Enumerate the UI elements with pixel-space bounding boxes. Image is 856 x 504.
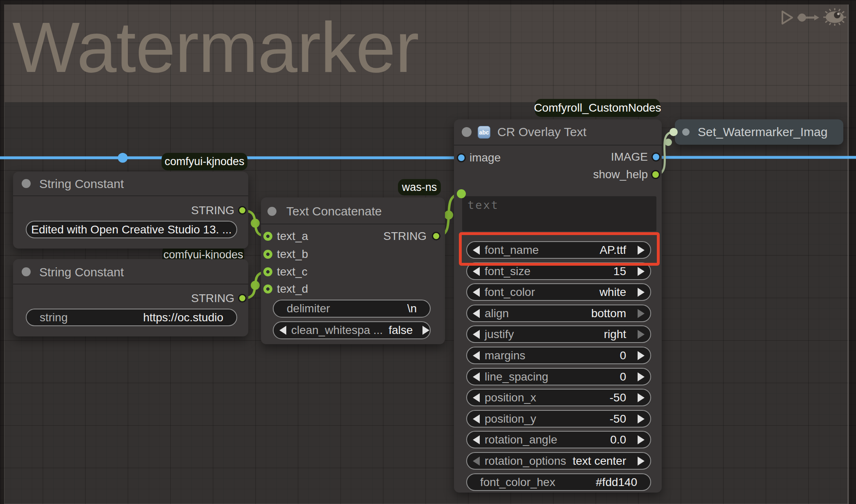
input-label-text-a: text_a	[277, 230, 308, 243]
rotation-angle-widget[interactable]: rotation_angle 0.0	[466, 431, 651, 448]
prev-arrow-icon[interactable]	[473, 309, 480, 318]
widget-label: position_x	[485, 391, 536, 404]
output-label-string: STRING	[191, 292, 234, 305]
widget-label: delimiter	[287, 302, 330, 315]
string-value-widget[interactable]: Edited with Open Creative Studio 13. ...	[26, 221, 237, 238]
input-label-text-d: text_d	[277, 282, 308, 296]
widget-label: string	[40, 311, 67, 324]
node-status-dot	[267, 207, 276, 216]
widget-value: \n	[407, 302, 417, 315]
text-input-area[interactable]: text	[462, 196, 656, 231]
badge-was-ns: was-ns	[398, 179, 441, 195]
input-port-text-a[interactable]	[263, 232, 272, 241]
widget-label: font_color	[485, 286, 535, 299]
node-title-bar[interactable]: String Constant	[13, 172, 248, 196]
prev-arrow-icon[interactable]	[473, 435, 480, 444]
position-x-widget[interactable]: position_x -50	[466, 389, 651, 406]
node-title: Text Concatenate	[286, 204, 382, 218]
prev-arrow-icon[interactable]	[473, 372, 480, 381]
string-widget[interactable]: string https://oc.studio	[26, 309, 237, 326]
input-port-image[interactable]	[457, 153, 466, 162]
next-arrow-icon[interactable]	[638, 393, 645, 402]
widget-value: white	[600, 286, 626, 299]
node-string-constant-1[interactable]: String Constant STRING Edited with Open …	[13, 172, 248, 249]
clean-whitespace-widget[interactable]: clean_whitespa ... false	[273, 321, 431, 339]
node-string-constant-2[interactable]: String Constant STRING string https://oc…	[13, 259, 248, 336]
output-label-show-help: show_help	[593, 168, 648, 181]
widget-value: text center	[573, 455, 626, 468]
increment-arrow-icon[interactable]	[422, 326, 429, 335]
eye-icon[interactable]	[823, 7, 847, 27]
align-widget[interactable]: align bottom	[466, 305, 651, 322]
line-spacing-widget[interactable]: line_spacing 0	[466, 368, 651, 385]
next-arrow-icon[interactable]	[638, 288, 645, 297]
next-arrow-icon[interactable]	[638, 309, 645, 318]
prev-arrow-icon[interactable]	[473, 414, 480, 423]
next-arrow-icon[interactable]	[638, 372, 645, 381]
text-widget-input-port[interactable]	[457, 189, 466, 198]
next-arrow-icon[interactable]	[638, 267, 645, 276]
string-link-3-dot	[444, 211, 453, 220]
widget-label: rotation_angle	[485, 433, 557, 446]
node-text-concatenate[interactable]: Text Concatenate text_a text_b text_c te…	[261, 197, 445, 344]
widget-label: rotation_options	[485, 455, 566, 468]
node-title-bar[interactable]: abc CR Overlay Text	[454, 119, 662, 146]
widget-value: false	[389, 324, 413, 337]
node-title: CR Overlay Text	[497, 125, 586, 139]
output-port-string[interactable]	[238, 294, 247, 302]
justify-widget[interactable]: justify right	[466, 325, 651, 343]
node-status-dot	[462, 127, 472, 137]
position-y-widget[interactable]: position_y -50	[466, 410, 651, 428]
font-name-highlight-box	[459, 232, 660, 266]
rotation-options-widget[interactable]: rotation_options text center	[466, 452, 651, 470]
widget-value: 0	[620, 370, 626, 383]
next-arrow-icon[interactable]	[638, 435, 645, 444]
node-status-dot	[22, 179, 31, 188]
prev-arrow-icon[interactable]	[473, 330, 480, 339]
margins-widget[interactable]: margins 0	[466, 347, 651, 364]
font-color-widget[interactable]: font_color white	[466, 283, 651, 301]
widget-value: -50	[610, 412, 626, 426]
prev-arrow-icon[interactable]	[473, 457, 480, 466]
node-title: String Constant	[39, 177, 124, 191]
next-arrow-icon[interactable]	[638, 457, 645, 466]
output-port-show-help[interactable]	[651, 170, 660, 179]
output-port-string[interactable]	[432, 232, 440, 240]
image-link-dot[interactable]	[118, 153, 128, 163]
widget-value: -50	[610, 391, 626, 404]
widget-label: font_color_hex	[480, 476, 555, 489]
node-status-dot	[682, 128, 690, 136]
output-label-image: IMAGE	[611, 150, 648, 164]
input-port-text-c[interactable]	[263, 267, 272, 276]
node-set-watermarker-image[interactable]: Set_Watermarker_Imag	[675, 119, 843, 145]
next-arrow-icon[interactable]	[638, 414, 645, 423]
prev-arrow-icon[interactable]	[473, 351, 480, 360]
node-title-bar[interactable]: Text Concatenate	[261, 197, 445, 224]
badge-comfyroll: Comfyroll_CustomNodes	[535, 99, 660, 117]
node-title-bar[interactable]: String Constant	[13, 259, 248, 284]
input-port-text-d[interactable]	[263, 284, 272, 293]
play-icon[interactable]	[778, 9, 795, 26]
next-arrow-icon[interactable]	[638, 351, 645, 360]
node-status-dot	[22, 267, 31, 276]
prev-arrow-icon[interactable]	[473, 393, 480, 402]
font-color-hex-widget[interactable]: font_color_hex #fdd140	[466, 473, 651, 491]
node-graph-canvas[interactable]: Watermarker comfyui-kjnodes comfyui-kjno…	[0, 0, 856, 504]
widget-label: font_size	[485, 265, 530, 278]
link-toggle-icon[interactable]	[797, 12, 820, 23]
prev-arrow-icon[interactable]	[473, 288, 480, 297]
input-port-text-b[interactable]	[263, 250, 272, 259]
widget-value: 0.0	[610, 433, 626, 446]
prev-arrow-icon[interactable]	[473, 267, 480, 276]
output-port-image[interactable]	[652, 152, 661, 161]
next-arrow-icon[interactable]	[638, 330, 645, 339]
decrement-arrow-icon[interactable]	[279, 326, 286, 335]
output-port-string[interactable]	[238, 206, 247, 215]
collapsed-input-port[interactable]	[670, 128, 678, 136]
widget-label: margins	[485, 349, 526, 362]
delimiter-widget[interactable]: delimiter \n	[273, 300, 431, 318]
string-value: Edited with Open Creative Studio 13. ...	[31, 223, 231, 236]
textarea-placeholder: text	[467, 199, 499, 211]
node-cr-overlay-text[interactable]: abc CR Overlay Text image IMAGE show_hel…	[454, 119, 662, 493]
widget-label: align	[485, 307, 509, 320]
